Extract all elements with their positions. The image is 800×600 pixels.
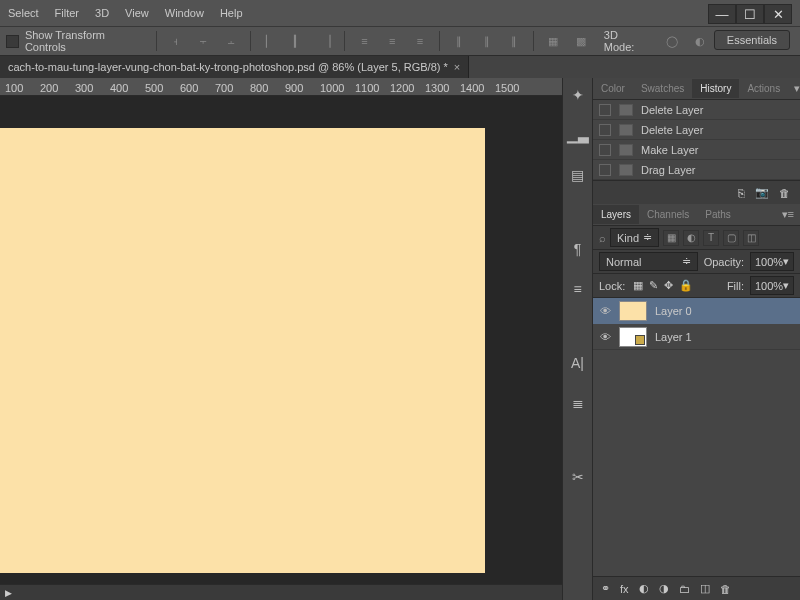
auto-align-icon[interactable]: ▦	[542, 31, 564, 51]
link-layers-icon[interactable]: ⚭	[601, 582, 610, 595]
roll-3d-icon[interactable]: ◐	[689, 31, 711, 51]
history-item[interactable]: Make Layer	[593, 140, 800, 160]
filter-shape-icon[interactable]: ▢	[723, 230, 739, 246]
menu-item-help[interactable]: Help	[220, 7, 243, 19]
info-icon[interactable]: ▤	[568, 166, 588, 184]
delete-layer-icon[interactable]: 🗑	[720, 583, 731, 595]
menu-bar: Select Filter 3D View Window Help	[0, 0, 800, 26]
menu-item-filter[interactable]: Filter	[55, 7, 79, 19]
tab-swatches[interactable]: Swatches	[633, 79, 692, 98]
adjustment-layer-icon[interactable]: ◑	[659, 582, 669, 595]
align-left-icon[interactable]: ▏	[259, 31, 281, 51]
paragraph-icon[interactable]: ≡	[568, 280, 588, 298]
group-icon[interactable]: 🗀	[679, 583, 690, 595]
menu-item-3d[interactable]: 3D	[95, 7, 109, 19]
layer-thumbnail[interactable]	[619, 301, 647, 321]
transform-controls-checkbox[interactable]	[6, 35, 19, 48]
align-vcenter-icon[interactable]: ⫟	[193, 31, 215, 51]
distribute-hcenter-icon[interactable]: ∥	[476, 31, 498, 51]
lock-transparent-icon[interactable]: ▦	[633, 279, 643, 292]
opacity-field[interactable]: 100%▾	[750, 252, 794, 271]
tab-paths[interactable]: Paths	[697, 205, 739, 224]
layer-thumbnail[interactable]	[619, 327, 647, 347]
history-item[interactable]: Delete Layer	[593, 120, 800, 140]
distribute-right-icon[interactable]: ∥	[503, 31, 525, 51]
close-button[interactable]: ✕	[764, 4, 792, 24]
properties-icon[interactable]: ✂	[568, 468, 588, 486]
lock-position-icon[interactable]: ✥	[664, 279, 673, 292]
distribute-top-icon[interactable]: ≡	[353, 31, 375, 51]
workspace-switcher[interactable]: Essentials	[714, 30, 790, 50]
history-list: Delete LayerDelete LayerMake LayerDrag L…	[593, 100, 800, 180]
history-toggle-box[interactable]	[599, 104, 611, 116]
search-icon[interactable]: ⌕	[599, 232, 606, 244]
minimize-button[interactable]: —	[708, 4, 736, 24]
align-right-icon[interactable]: ▕	[315, 31, 337, 51]
visibility-icon[interactable]: 👁	[599, 331, 611, 343]
document-tab-close-icon[interactable]: ×	[454, 61, 460, 73]
lock-all-icon[interactable]: 🔒	[679, 279, 693, 292]
align-top-icon[interactable]: ⫞	[165, 31, 187, 51]
history-toggle-box[interactable]	[599, 144, 611, 156]
filter-pixel-icon[interactable]: ▦	[663, 230, 679, 246]
document-tab[interactable]: cach-to-mau-tung-layer-vung-chon-bat-ky-…	[0, 56, 469, 78]
layer-fx-icon[interactable]: fx	[620, 583, 629, 595]
distribute-left-icon[interactable]: ∥	[448, 31, 470, 51]
distribute-bottom-icon[interactable]: ≡	[409, 31, 431, 51]
right-panel-group: Color Swatches History Actions ▾≡ Delete…	[592, 78, 800, 600]
menu-item-select[interactable]: Select	[8, 7, 39, 19]
transform-controls-label: Show Transform Controls	[25, 29, 148, 53]
lock-fill-row: Lock: ▦ ✎ ✥ 🔒 Fill: 100%▾	[593, 274, 800, 298]
history-toggle-box[interactable]	[599, 164, 611, 176]
maximize-button[interactable]: ☐	[736, 4, 764, 24]
history-step-icon	[619, 164, 633, 176]
tab-history[interactable]: History	[692, 79, 739, 98]
fill-label: Fill:	[727, 280, 744, 292]
typography-icon[interactable]: A|	[568, 354, 588, 372]
history-item[interactable]: Delete Layer	[593, 100, 800, 120]
create-document-icon[interactable]: ⎘	[738, 187, 745, 199]
layers-footer: ⚭ fx ◐ ◑ 🗀 ◫ 🗑	[593, 576, 800, 600]
tab-layers[interactable]: Layers	[593, 205, 639, 224]
lock-pixels-icon[interactable]: ✎	[649, 279, 658, 292]
new-layer-icon[interactable]: ◫	[700, 582, 710, 595]
fill-field[interactable]: 100%▾	[750, 276, 794, 295]
layer-mask-icon[interactable]: ◐	[639, 582, 649, 595]
filter-adjustment-icon[interactable]: ◐	[683, 230, 699, 246]
ruler-tick: 1200	[390, 82, 414, 94]
tab-channels[interactable]: Channels	[639, 205, 697, 224]
filter-kind-dropdown[interactable]: Kind≑	[610, 228, 659, 247]
tab-color[interactable]: Color	[593, 79, 633, 98]
menu-item-window[interactable]: Window	[165, 7, 204, 19]
layers-panel-menu-icon[interactable]: ▾≡	[776, 208, 800, 221]
menu-item-view[interactable]: View	[125, 7, 149, 19]
blend-mode-dropdown[interactable]: Normal≑	[599, 252, 698, 271]
history-item[interactable]: Drag Layer	[593, 160, 800, 180]
ruler-tick: 600	[180, 82, 198, 94]
snapshot-icon[interactable]: 📷	[755, 186, 769, 199]
orbit-3d-icon[interactable]: ◯	[661, 31, 683, 51]
character-icon[interactable]: ¶	[568, 240, 588, 258]
ruler-tick: 300	[75, 82, 93, 94]
scroll-right-icon[interactable]: ▶	[0, 585, 16, 601]
layer-name[interactable]: Layer 1	[655, 331, 692, 343]
paragraph-styles-icon[interactable]: ≣	[568, 394, 588, 412]
histogram-icon[interactable]: ▁▃	[568, 126, 588, 144]
delete-state-icon[interactable]: 🗑	[779, 187, 790, 199]
filter-type-icon[interactable]: T	[703, 230, 719, 246]
visibility-icon[interactable]: 👁	[599, 305, 611, 317]
history-toggle-box[interactable]	[599, 124, 611, 136]
document-canvas[interactable]	[0, 128, 485, 573]
filter-smartobject-icon[interactable]: ◫	[743, 230, 759, 246]
align-bottom-icon[interactable]: ⫠	[220, 31, 242, 51]
layer-row[interactable]: 👁Layer 1	[593, 324, 800, 350]
auto-blend-icon[interactable]: ▩	[570, 31, 592, 51]
distribute-vcenter-icon[interactable]: ≡	[381, 31, 403, 51]
horizontal-scrollbar[interactable]: ▶	[0, 584, 562, 600]
navigator-icon[interactable]: ✦	[568, 86, 588, 104]
align-hcenter-icon[interactable]: ▎	[287, 31, 309, 51]
layer-name[interactable]: Layer 0	[655, 305, 692, 317]
layer-row[interactable]: 👁Layer 0	[593, 298, 800, 324]
panel-menu-icon[interactable]: ▾≡	[788, 82, 800, 95]
tab-actions[interactable]: Actions	[739, 79, 788, 98]
